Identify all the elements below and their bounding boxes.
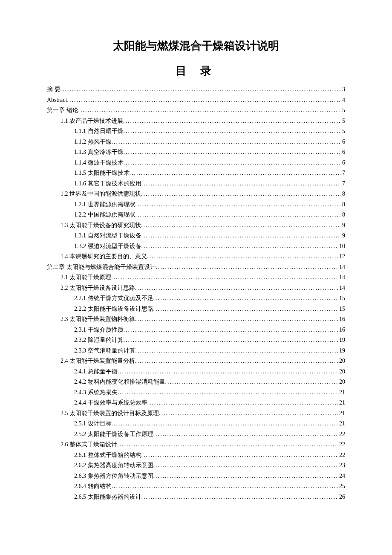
toc-entry[interactable]: 1.3.1 自然对流型干燥设备9	[47, 231, 345, 241]
toc-entry-label: 1.2.2 中国能源供需现状	[74, 210, 135, 220]
toc-leader	[112, 419, 339, 429]
toc-entry[interactable]: 2.5.1 设计目标21	[47, 419, 345, 429]
toc-leader	[141, 220, 341, 231]
toc-entry[interactable]: 1.1.6 其它干燥技术的应用7	[47, 179, 345, 189]
toc-entry[interactable]: 2.4.1 总能量平衡20	[47, 367, 345, 377]
toc-entry-page: 22	[338, 450, 345, 461]
toc-entry-label: 摘 要	[47, 84, 61, 95]
toc-leader	[153, 293, 339, 304]
toc-leader	[153, 304, 339, 315]
toc-entry-label: 1.3.1 自然对流型干燥设备	[74, 231, 141, 241]
toc-entry-label: 2.6.4 转向结构	[74, 481, 112, 492]
toc-entry[interactable]: 1.1.3 真空冷冻干燥6	[47, 147, 345, 158]
toc-entry-label: 2.3.2 除湿量的计算	[74, 335, 124, 346]
toc-entry-label: 2.5.2 太阳能干燥设备工作原理	[74, 429, 153, 440]
toc-entry[interactable]: 1.2.1 世界能源供需现状8	[47, 199, 345, 210]
toc-entry-label: 2.4.4 干燥效率与系统总效率	[74, 398, 147, 408]
toc-entry[interactable]: 第一章 绪论5	[47, 105, 345, 116]
toc-entry[interactable]: 2.6.2 集热器高度角转动示意图23	[47, 460, 345, 471]
toc-entry-label: 2.6 整体式干燥箱设计	[61, 439, 117, 450]
toc-entry-label: 第一章 绪论	[47, 105, 78, 116]
toc-entry-label: 2.1 太阳能干燥原理	[61, 272, 111, 283]
toc-entry[interactable]: 1.2 世界及中国的能源供需现状8	[47, 189, 345, 199]
toc-entry[interactable]: 2.4.2 物料内能变化和排湿消耗能量20	[47, 377, 345, 387]
toc-entry-page: 14	[338, 262, 345, 273]
toc-entry-label: 1.1.6 其它干燥技术的应用	[74, 179, 141, 189]
toc-leader	[159, 408, 338, 419]
toc-leader	[147, 398, 339, 408]
toc-entry[interactable]: 2.3.2 除湿量的计算19	[47, 335, 345, 346]
toc-entry-page: 5	[341, 116, 345, 127]
document-title: 太阳能与燃煤混合干燥箱设计说明	[47, 38, 345, 53]
toc-entry[interactable]: 1.1 农产品干燥技术进展5	[47, 116, 345, 127]
toc-entry[interactable]: 1.1.4 微波干燥技术6	[47, 158, 345, 168]
toc-entry-page: 5	[341, 126, 345, 137]
toc-entry-label: 2.3.1 干燥介质性质	[74, 325, 124, 335]
toc-leader	[141, 231, 342, 241]
toc-leader	[135, 346, 339, 356]
toc-leader	[135, 314, 338, 325]
toc-leader	[135, 283, 338, 294]
toc-leader	[124, 147, 342, 158]
toc-entry-page: 8	[341, 199, 345, 210]
toc-entry[interactable]: 2.4.3 系统热损失21	[47, 387, 345, 398]
toc-leader	[124, 325, 339, 335]
toc-leader	[78, 105, 342, 116]
toc-entry[interactable]: Abstract4	[47, 95, 345, 106]
toc-entry[interactable]: 2.2.2 太阳能干燥设备设计思路15	[47, 304, 345, 315]
toc-entry-label: 2.4 太阳能干燥装置能量分析	[61, 356, 135, 367]
toc-entry[interactable]: 2.3 太阳能干燥装置物料衡算16	[47, 314, 345, 325]
toc-entry[interactable]: 2.6 整体式干燥箱设计22	[47, 439, 345, 450]
toc-entry[interactable]: 2.6.5 太阳能集热器的设计26	[47, 492, 345, 503]
toc-entry[interactable]: 1.1.5 太阳能干燥技术7	[47, 168, 345, 179]
toc-leader	[141, 241, 339, 252]
toc-entry[interactable]: 2.4.4 干燥效率与系统总效率21	[47, 398, 345, 408]
toc-entry-page: 20	[338, 377, 345, 387]
toc-entry[interactable]: 1.2.2 中国能源供需现状8	[47, 210, 345, 220]
toc-entry-page: 26	[338, 492, 345, 503]
toc-entry-label: 1.2.1 世界能源供需现状	[74, 199, 135, 210]
toc-leader	[130, 168, 342, 179]
toc-entry-label: 2.2.2 太阳能干燥设备设计思路	[74, 304, 153, 315]
toc-entry[interactable]: 2.2.1 传统干燥方式优势及不足15	[47, 293, 345, 304]
toc-entry-page: 7	[341, 179, 345, 189]
table-of-contents: 摘 要3Abstract4第一章 绪论51.1 农产品干燥技术进展51.1.1 …	[47, 84, 345, 502]
toc-entry[interactable]: 1.1.2 热风干燥6	[47, 137, 345, 147]
toc-entry[interactable]: 2.4 太阳能干燥装置能量分析20	[47, 356, 345, 367]
toc-entry[interactable]: 2.1 太阳能干燥原理14	[47, 272, 345, 283]
toc-entry[interactable]: 2.6.3 集热器方位角转动示意图24	[47, 471, 345, 482]
toc-entry[interactable]: 2.3.3 空气消耗量的计算19	[47, 346, 345, 356]
toc-entry-page: 8	[341, 189, 345, 199]
toc-entry[interactable]: 2.5 太阳能干燥装置的设计目标及原理21	[47, 408, 345, 419]
toc-entry[interactable]: 2.3.1 干燥介质性质16	[47, 325, 345, 335]
toc-entry-label: 2.2 太阳能干燥设备设计思路	[61, 283, 135, 294]
toc-entry[interactable]: 1.3.2 强迫对流型干燥设备10	[47, 241, 345, 252]
toc-leader	[141, 450, 339, 461]
toc-entry-label: 2.4.3 系统热损失	[74, 387, 118, 398]
toc-entry-label: 1.1 农产品干燥技术进展	[61, 116, 123, 127]
toc-entry[interactable]: 2.6.1 整体式干燥箱的结构22	[47, 450, 345, 461]
toc-entry-label: 2.6.5 太阳能集热器的设计	[74, 492, 141, 503]
toc-entry[interactable]: 2.6.4 转向结构25	[47, 481, 345, 492]
toc-entry[interactable]: 1.3 太阳能干燥设备的研究现状9	[47, 220, 345, 231]
toc-leader	[67, 95, 341, 106]
toc-entry-page: 22	[338, 439, 345, 450]
toc-entry[interactable]: 1.4 本课题研究的主要目的、意义12	[47, 251, 345, 262]
toc-entry-label: Abstract	[47, 95, 67, 106]
toc-entry-page: 14	[338, 283, 345, 294]
toc-entry-page: 6	[341, 158, 345, 168]
toc-entry[interactable]: 2.5.2 太阳能干燥设备工作原理22	[47, 429, 345, 440]
toc-entry-label: 1.1.5 太阳能干燥技术	[74, 168, 130, 179]
toc-entry[interactable]: 摘 要3	[47, 84, 345, 95]
toc-entry-label: 1.4 本课题研究的主要目的、意义	[61, 251, 147, 262]
toc-entry-label: 2.5.1 设计目标	[74, 419, 112, 429]
toc-entry-page: 20	[338, 356, 345, 367]
toc-entry-label: 2.4.1 总能量平衡	[74, 367, 118, 377]
toc-entry-label: 2.5 太阳能干燥装置的设计目标及原理	[61, 408, 159, 419]
toc-entry[interactable]: 第二章 太阳能与燃煤混合能干燥装置设计14	[47, 262, 345, 273]
toc-leader	[118, 387, 339, 398]
toc-leader	[135, 356, 338, 367]
toc-entry[interactable]: 2.2 太阳能干燥设备设计思路14	[47, 283, 345, 294]
toc-entry[interactable]: 1.1.1 自然日晒干燥5	[47, 126, 345, 137]
toc-entry-label: 1.3.2 强迫对流型干燥设备	[74, 241, 141, 252]
